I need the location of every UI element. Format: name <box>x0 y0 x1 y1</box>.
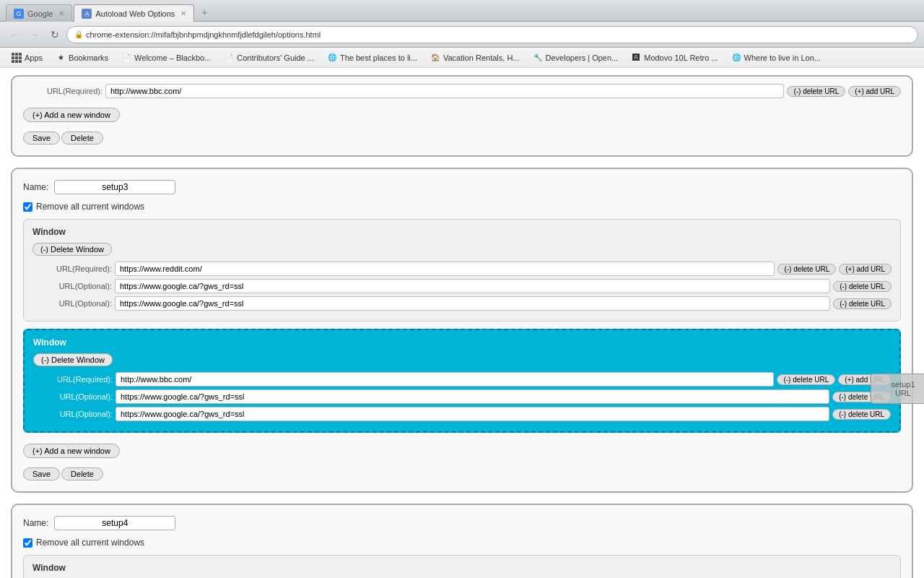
setup3-window2-delete-optional2-btn[interactable]: (-) delete URL <box>832 409 891 420</box>
setup3-add-window-button[interactable]: (+) Add a new window <box>23 444 120 458</box>
apps-grid-icon <box>12 53 22 63</box>
setup3-save-button[interactable]: Save <box>23 467 60 480</box>
setup3-window1-add-url-btn[interactable]: (+) add URL <box>839 264 892 275</box>
partial-url-required-input[interactable] <box>105 84 784 98</box>
setup3-window1-delete-optional2-btn[interactable]: (-) delete URL <box>833 298 892 309</box>
setup3-window1-url-required-row: URL(Required): (-) delete URL (+) add UR… <box>32 262 892 276</box>
setup3-action-row: Save Delete <box>23 467 901 480</box>
setup3-window1-url-optional1-label: URL(Optional): <box>32 282 112 290</box>
partial-top-block: URL(Required): (-) delete URL (+) add UR… <box>11 75 913 157</box>
setup3-window2-delete-url-btn[interactable]: (-) delete URL <box>777 374 835 385</box>
setup4-checkbox[interactable] <box>23 538 32 548</box>
bookmark-modovo[interactable]: 🅰 Modovo 10L Retro ... <box>625 51 723 64</box>
setup4-checkbox-label: Remove all current windows <box>36 538 144 548</box>
bookmarks-bar: Apps ★ Bookmarks 📄 Welcome – Blackbo... … <box>0 48 924 68</box>
setup3-window2-url-optional2-input[interactable] <box>116 407 829 421</box>
setup3-checkbox[interactable] <box>23 202 32 212</box>
partial-delete-url-button[interactable]: (-) delete URL <box>787 86 845 97</box>
bookmark-vacation[interactable]: 🏠 Vacation Rentals, H... <box>424 51 526 64</box>
bookmark-wheretolive[interactable]: 🌐 Where to live in Lon... <box>725 51 827 64</box>
setup3-name-row: Name: <box>23 180 901 194</box>
browser-nav-bar: ← → ↻ 🔒 chrome-extension://mifafbjbnhpmd… <box>0 22 924 48</box>
setup3-window2-url-required-input[interactable] <box>116 372 774 387</box>
setup3-delete-button[interactable]: Delete <box>61 467 103 480</box>
partial-add-window-button[interactable]: (+) Add a new window <box>23 108 120 122</box>
tab-google-label: Google <box>27 9 53 18</box>
browser-title-bar: G Google ✕ A Autoload Web Options ✕ + <box>0 0 924 22</box>
address-text: chrome-extension://mifafbjbnhpmdjngkhnmf… <box>86 30 321 39</box>
setup4-name-label: Name: <box>23 518 48 528</box>
bookmark-apps[interactable]: Apps <box>6 51 48 64</box>
bookmark-developers-label: Developers | Open... <box>546 53 619 62</box>
setup3-block: Name: Remove all current windows Window … <box>11 168 913 493</box>
setup3-window1-delete-url-btn[interactable]: (-) delete URL <box>777 264 836 275</box>
partial-save-button[interactable]: Save <box>23 131 60 144</box>
contributors-favicon: 📄 <box>224 53 234 63</box>
bookmark-bookmarks[interactable]: ★ Bookmarks <box>50 51 114 64</box>
tooltip-overlay: setup1 URL <box>871 374 924 404</box>
bookmark-bestplaces-label: The best places to li... <box>340 53 417 62</box>
setup3-checkbox-label: Remove all current windows <box>36 202 144 212</box>
bookmark-contributors[interactable]: 📄 Contributors' Guide ... <box>218 51 320 64</box>
setup3-window2-url-optional2-label: URL(Optional): <box>33 410 113 418</box>
partial-action-row: Save Delete <box>23 131 901 144</box>
bookmark-welcome[interactable]: 📄 Welcome – Blackbo... <box>116 51 217 64</box>
setup4-name-input[interactable] <box>54 516 175 530</box>
setup4-window1: Window (-) Delete Window URL(Required): … <box>23 555 901 578</box>
forward-button[interactable]: → <box>26 26 43 43</box>
partial-url-required-row: URL(Required): (-) delete URL (+) add UR… <box>23 84 901 98</box>
setup3-window1: Window (-) Delete Window URL(Required): … <box>23 219 901 322</box>
setup3-name-input[interactable] <box>54 180 175 194</box>
bookmark-contributors-label: Contributors' Guide ... <box>237 53 314 62</box>
bookmark-welcome-label: Welcome – Blackbo... <box>134 53 211 62</box>
star-icon: ★ <box>56 53 66 63</box>
tab-google-close[interactable]: ✕ <box>58 9 64 17</box>
partial-add-url-button[interactable]: (+) add URL <box>848 86 901 97</box>
setup3-name-label: Name: <box>23 182 48 192</box>
setup3-window2: Window (-) Delete Window URL(Required): … <box>23 329 901 433</box>
setup4-checkbox-row: Remove all current windows <box>23 538 901 548</box>
tab-autoload[interactable]: A Autoload Web Options ✕ <box>74 4 194 22</box>
address-lock-icon: 🔒 <box>74 30 83 38</box>
setup3-window2-url-optional1-input[interactable] <box>116 389 829 404</box>
setup3-window1-url-optional1-input[interactable] <box>115 279 830 293</box>
setup3-window2-delete-btn[interactable]: (-) Delete Window <box>33 353 113 366</box>
setup3-window2-title: Window <box>33 337 891 348</box>
setup3-window2-url-optional1-label: URL(Optional): <box>33 392 113 401</box>
modovo-favicon: 🅰 <box>631 53 641 63</box>
setup3-window1-url-optional1-row: URL(Optional): (-) delete URL <box>32 279 892 293</box>
tab-autoload-close[interactable]: ✕ <box>180 9 186 17</box>
tooltip-line1: setup1 <box>880 380 924 389</box>
setup3-window1-url-optional2-row: URL(Optional): (-) delete URL <box>32 296 892 311</box>
setup3-window1-delete-optional1-btn[interactable]: (-) delete URL <box>833 281 892 292</box>
setup3-window2-url-required-label: URL(Required): <box>33 375 113 384</box>
setup4-block: Name: Remove all current windows Window … <box>11 504 913 578</box>
partial-delete-button[interactable]: Delete <box>61 131 103 144</box>
partial-url-required-label: URL(Required): <box>23 87 103 95</box>
setup3-window1-delete-btn[interactable]: (-) Delete Window <box>32 243 112 256</box>
autoload-favicon: A <box>82 9 92 19</box>
bookmark-wheretolive-label: Where to live in Lon... <box>744 53 821 62</box>
tab-google[interactable]: G Google ✕ <box>6 4 72 22</box>
bookmark-bestplaces[interactable]: 🌐 The best places to li... <box>321 51 423 64</box>
reload-button[interactable]: ↻ <box>46 26 64 43</box>
setup3-window1-title: Window <box>32 227 892 237</box>
setup3-window1-url-optional2-input[interactable] <box>115 296 830 311</box>
address-bar[interactable]: 🔒 chrome-extension://mifafbjbnhpmdjngkhn… <box>66 26 918 43</box>
bookmark-developers[interactable]: 🔧 Developers | Open... <box>527 51 624 64</box>
setup3-window2-url-required-row: URL(Required): (-) delete URL (+) add UR… <box>33 372 891 387</box>
setup3-window1-url-required-label: URL(Required): <box>32 264 112 273</box>
bestplaces-favicon: 🌐 <box>327 53 337 63</box>
tooltip-line2: URL <box>880 389 924 397</box>
bookmark-modovo-label: Modovo 10L Retro ... <box>644 53 718 62</box>
page-content: URL(Required): (-) delete URL (+) add UR… <box>0 68 924 578</box>
setup3-window1-url-required-input[interactable] <box>115 262 775 276</box>
new-tab-button[interactable]: + <box>196 4 213 21</box>
tab-autoload-label: Autoload Web Options <box>95 9 175 18</box>
back-button[interactable]: ← <box>6 26 23 43</box>
bookmark-bookmarks-label: Bookmarks <box>69 53 108 62</box>
developers-favicon: 🔧 <box>533 53 543 63</box>
setup4-name-row: Name: <box>23 516 901 530</box>
google-favicon: G <box>14 9 24 19</box>
bookmark-apps-label: Apps <box>25 53 43 62</box>
